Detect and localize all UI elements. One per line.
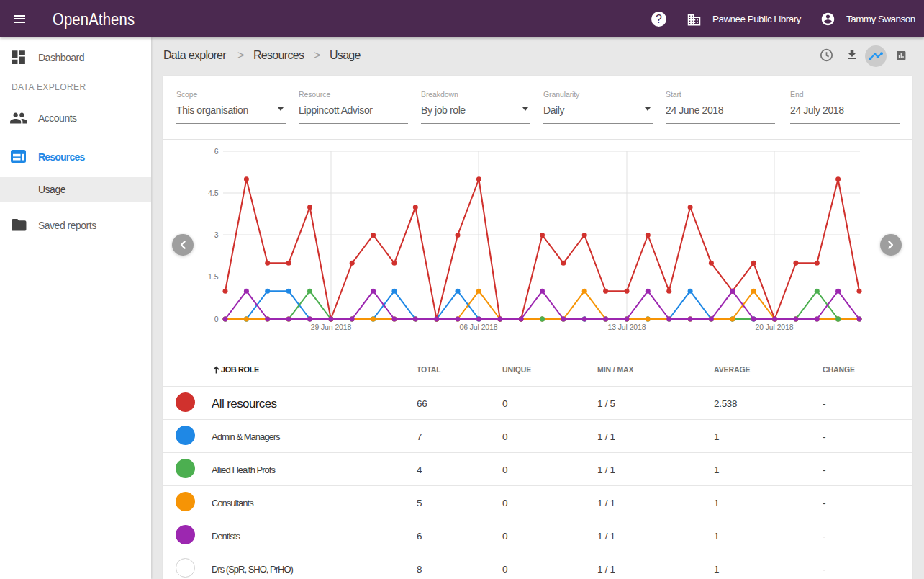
svg-text:4.5: 4.5 — [208, 189, 219, 197]
svg-text:20 Jul 2018: 20 Jul 2018 — [755, 323, 793, 331]
svg-text:13 Jul 2018: 13 Jul 2018 — [607, 323, 646, 331]
svg-text:3: 3 — [214, 230, 219, 239]
svg-text:1.5: 1.5 — [208, 272, 219, 281]
svg-text:06 Jul 2018: 06 Jul 2018 — [459, 323, 497, 331]
svg-text:?: ? — [656, 13, 662, 25]
svg-text:6: 6 — [214, 147, 219, 156]
svg-text:29 Jun 2018: 29 Jun 2018 — [311, 323, 352, 331]
svg-text:0: 0 — [214, 315, 219, 323]
